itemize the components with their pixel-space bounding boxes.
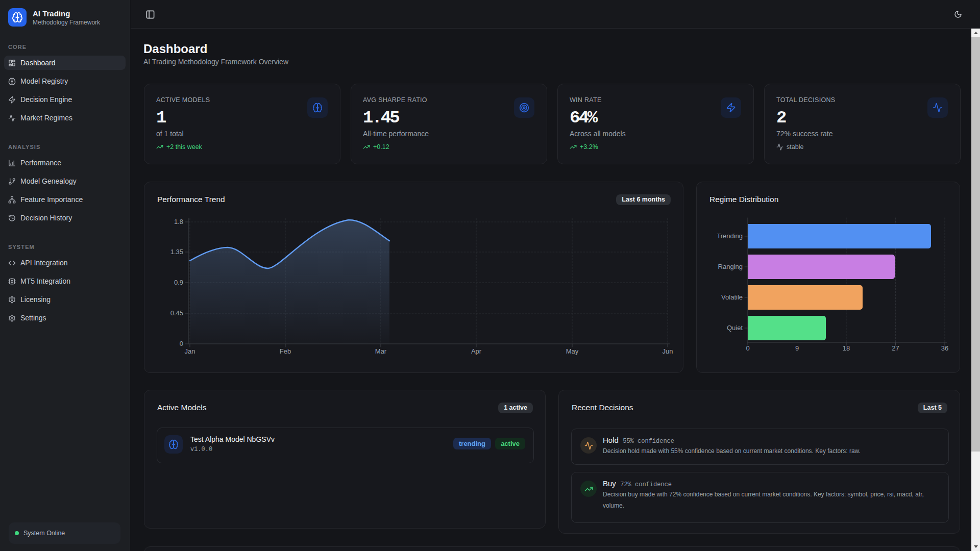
- svg-text:Jun: Jun: [663, 347, 673, 355]
- svg-text:Jan: Jan: [185, 347, 195, 355]
- svg-text:27: 27: [892, 344, 899, 352]
- svg-text:9: 9: [795, 344, 799, 352]
- svg-text:Volatile: Volatile: [721, 293, 743, 301]
- svg-text:Apr: Apr: [471, 347, 482, 355]
- svg-text:0: 0: [746, 344, 749, 352]
- svg-text:Ranging: Ranging: [718, 263, 743, 270]
- svg-text:0: 0: [180, 340, 183, 347]
- svg-text:Mar: Mar: [375, 347, 387, 355]
- svg-text:0.9: 0.9: [174, 279, 183, 286]
- svg-text:18: 18: [843, 344, 850, 352]
- svg-text:1.35: 1.35: [170, 248, 183, 256]
- svg-text:Quiet: Quiet: [727, 324, 743, 332]
- svg-text:Feb: Feb: [280, 347, 291, 355]
- svg-text:0.45: 0.45: [170, 309, 183, 317]
- svg-text:36: 36: [941, 344, 948, 352]
- svg-text:1.8: 1.8: [174, 218, 183, 226]
- svg-text:May: May: [566, 347, 579, 355]
- svg-text:Trending: Trending: [717, 232, 743, 240]
